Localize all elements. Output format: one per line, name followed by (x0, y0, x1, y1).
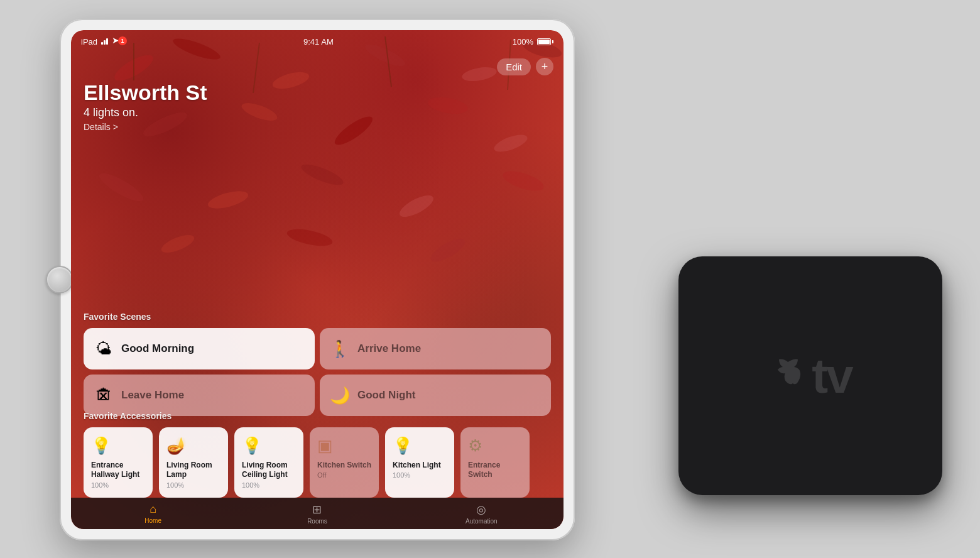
scenes-grid: 🌤 Good Morning 🚶 Arrive Home 🏚 Leave Hom… (71, 328, 564, 416)
entrance-hallway-icon: 💡 (91, 436, 145, 456)
svg-point-17 (286, 226, 334, 249)
tv-text: tv (812, 351, 851, 400)
good-night-label: Good Night (357, 389, 416, 402)
status-bar: iPad ➤ 1 9:41 AM 100% (71, 30, 564, 53)
living-room-lamp-status: 100% (166, 481, 220, 489)
leave-home-label: Leave Home (121, 389, 184, 402)
top-right-buttons: Edit + (497, 58, 553, 75)
svg-point-7 (239, 99, 279, 124)
scene-good-morning[interactable]: 🌤 Good Morning (84, 328, 315, 369)
status-time: 9:41 AM (303, 37, 334, 46)
scene-arrive-home[interactable]: 🚶 Arrive Home (320, 328, 551, 369)
battery-icon (537, 38, 553, 45)
svg-point-15 (501, 167, 546, 195)
scenes-section: Favorite Scenes 🌤 Good Morning 🚶 Arrive … (71, 312, 564, 416)
battery-fill (538, 40, 550, 44)
svg-point-8 (331, 112, 376, 149)
living-room-lamp-name: Living Room Lamp (166, 461, 220, 480)
apple-tv-device: tv (678, 256, 942, 495)
entrance-hallway-status: 100% (91, 481, 145, 489)
kitchen-switch-icon: ▣ (317, 436, 371, 456)
location-name: Ellsworth St (84, 80, 207, 105)
svg-point-4 (461, 65, 498, 83)
kitchen-switch-status: Off (317, 471, 371, 479)
accessory-entrance-hallway[interactable]: 💡 Entrance Hallway Light 100% (84, 427, 153, 498)
battery-tip (552, 40, 553, 43)
scene-leave-home[interactable]: 🏚 Leave Home (84, 375, 315, 416)
svg-point-9 (427, 95, 469, 117)
home-tab-icon: ⌂ (150, 503, 156, 516)
kitchen-light-icon: 💡 (393, 436, 447, 456)
living-room-ceiling-icon: 💡 (242, 436, 296, 456)
edit-button[interactable]: Edit (497, 58, 531, 75)
svg-point-13 (299, 160, 346, 189)
living-room-ceiling-name: Living Room Ceiling Light (242, 461, 296, 480)
good-morning-icon: 🌤 (94, 339, 114, 359)
battery-percent: 100% (513, 37, 533, 46)
status-left: iPad ➤ 1 (81, 35, 124, 48)
ipad-screen: iPad ➤ 1 9:41 AM 100% (71, 30, 564, 529)
accessories-scroll: 💡 Entrance Hallway Light 100% 🪔 Living R… (71, 427, 564, 498)
accessory-living-room-lamp[interactable]: 🪔 Living Room Lamp 100% (159, 427, 228, 498)
svg-point-14 (396, 191, 436, 221)
apple-tv-logo-area: tv (769, 351, 851, 400)
svg-point-2 (271, 69, 311, 92)
good-morning-label: Good Morning (121, 342, 194, 355)
apple-logo-svg (769, 353, 807, 398)
accessory-entrance-switch[interactable]: ⚙ Entrance Switch (460, 427, 530, 498)
tab-rooms[interactable]: ⊞ Rooms (235, 498, 399, 529)
wifi-icon (101, 38, 108, 45)
living-room-lamp-icon: 🪔 (166, 436, 220, 456)
ipad-device: iPad ➤ 1 9:41 AM 100% (60, 19, 575, 540)
kitchen-light-name: Kitchen Light (393, 461, 447, 471)
accessory-kitchen-switch[interactable]: ▣ Kitchen Switch Off (310, 427, 379, 498)
arrive-home-icon: 🚶 (330, 339, 350, 359)
add-button[interactable]: + (536, 58, 553, 75)
lights-status: 4 lights on. (84, 106, 207, 119)
automation-tab-label: Automation (466, 518, 498, 525)
svg-point-18 (428, 234, 469, 266)
svg-point-11 (96, 168, 146, 205)
accessories-section: Favorite Accessories 💡 Entrance Hallway … (71, 411, 564, 498)
device-label: iPad (81, 37, 97, 46)
leave-home-icon: 🏚 (94, 386, 114, 405)
location-icon-wrapper: ➤ 1 (112, 35, 124, 48)
scene-good-night[interactable]: 🌙 Good Night (320, 375, 551, 416)
automation-tab-icon: ◎ (476, 503, 486, 517)
scenes-label: Favorite Scenes (71, 312, 564, 322)
status-right: 100% (513, 37, 553, 46)
home-tab-label: Home (144, 517, 161, 524)
tab-automation[interactable]: ◎ Automation (400, 498, 564, 529)
notification-badge: 1 (118, 36, 127, 45)
living-room-ceiling-status: 100% (242, 481, 296, 489)
accessories-label: Favorite Accessories (71, 411, 564, 421)
tab-home[interactable]: ⌂ Home (71, 498, 235, 529)
svg-point-12 (206, 188, 249, 212)
entrance-hallway-name: Entrance Hallway Light (91, 461, 145, 480)
kitchen-switch-name: Kitchen Switch (317, 461, 371, 471)
svg-point-16 (159, 231, 196, 256)
entrance-switch-name: Entrance Switch (468, 461, 522, 480)
entrance-switch-icon: ⚙ (468, 436, 522, 456)
accessory-living-room-ceiling[interactable]: 💡 Living Room Ceiling Light 100% (234, 427, 303, 498)
kitchen-light-status: 100% (393, 471, 447, 479)
svg-point-10 (492, 131, 529, 155)
details-link[interactable]: Details > (84, 122, 207, 132)
battery-body (537, 38, 551, 45)
main-container: iPad ➤ 1 9:41 AM 100% (0, 0, 980, 558)
accessory-kitchen-light[interactable]: 💡 Kitchen Light 100% (385, 427, 454, 498)
rooms-tab-icon: ⊞ (312, 503, 322, 517)
home-title-section: Ellsworth St 4 lights on. Details > (84, 80, 207, 132)
ipad-screen-frame: iPad ➤ 1 9:41 AM 100% (71, 30, 564, 529)
home-button[interactable] (46, 266, 74, 293)
tab-bar: ⌂ Home ⊞ Rooms ◎ Automation (71, 498, 564, 529)
arrive-home-label: Arrive Home (357, 342, 421, 355)
good-night-icon: 🌙 (330, 386, 350, 405)
rooms-tab-label: Rooms (307, 518, 327, 525)
